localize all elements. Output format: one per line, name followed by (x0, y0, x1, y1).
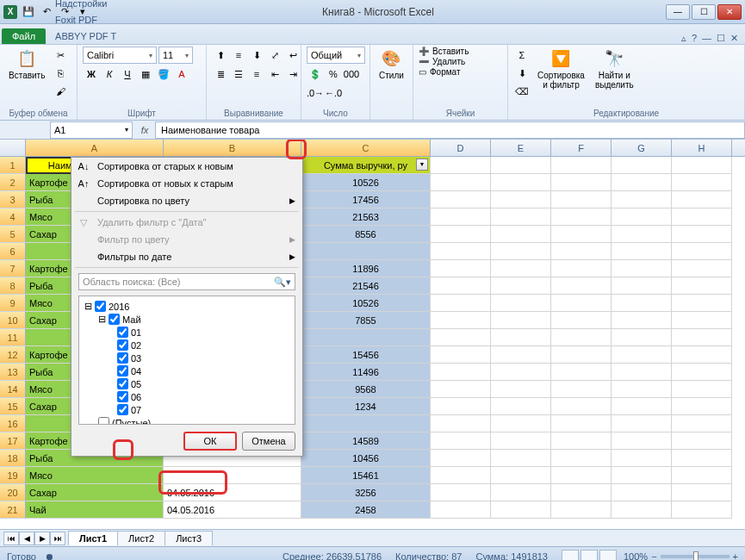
cell-F21[interactable] (551, 501, 612, 519)
row-header-3[interactable]: 3 (0, 191, 26, 208)
cell-G7[interactable] (612, 260, 672, 277)
delete-cells-button[interactable]: ➖Удалить (419, 57, 465, 66)
row-header-18[interactable]: 18 (0, 450, 26, 467)
cell-C1[interactable]: Сумма выручки, ру▼ (301, 157, 431, 174)
cell-C3[interactable]: 17456 (301, 191, 431, 208)
cell-A20[interactable]: Сахар (26, 484, 164, 501)
clear-icon[interactable]: ⌫ (513, 83, 531, 100)
cell-C5[interactable]: 8556 (301, 226, 431, 243)
cell-H10[interactable] (672, 312, 732, 329)
underline-icon[interactable]: Ч (119, 65, 136, 83)
cell-D6[interactable] (431, 243, 491, 260)
ribbon-tab-9[interactable]: Foxit PDF (47, 11, 124, 28)
cell-C15[interactable]: 1234 (301, 398, 431, 415)
styles-button[interactable]: 🎨 Стили (376, 47, 407, 82)
insert-cells-button[interactable]: ➕Вставить (419, 47, 469, 56)
cell-D16[interactable] (431, 415, 491, 432)
worksheet-grid[interactable]: ABCDEFGH 1Наименование товар▼Дата▼Сумма … (0, 140, 745, 529)
tree-day-03[interactable]: 03 (83, 352, 291, 364)
cell-E13[interactable] (491, 364, 551, 381)
column-header-A[interactable]: A (26, 140, 164, 156)
row-header-6[interactable]: 6 (0, 243, 26, 260)
font-color-icon[interactable]: A (173, 65, 190, 83)
cell-G8[interactable] (612, 277, 672, 295)
cell-H1[interactable] (672, 157, 732, 174)
align-bottom-icon[interactable]: ⬇ (248, 47, 265, 64)
row-header-17[interactable]: 17 (0, 432, 26, 450)
cell-C16[interactable] (301, 415, 431, 432)
number-format-combo[interactable]: Общий▾ (307, 47, 365, 64)
row-header-5[interactable]: 5 (0, 226, 26, 243)
column-header-G[interactable]: G (612, 140, 672, 156)
cell-E2[interactable] (491, 174, 551, 191)
cell-F6[interactable] (551, 243, 612, 260)
cell-F14[interactable] (551, 381, 612, 398)
day-checkbox-06[interactable] (117, 391, 128, 402)
align-left-icon[interactable]: ≣ (212, 65, 229, 83)
currency-icon[interactable]: 💲 (307, 65, 324, 83)
cell-H17[interactable] (672, 432, 732, 450)
macro-record-icon[interactable]: ⏺ (45, 551, 54, 561)
cell-C13[interactable]: 11496 (301, 364, 431, 381)
filter-search-input[interactable]: Область поиска: (Все) 🔍▾ (78, 273, 295, 290)
cell-F7[interactable] (551, 260, 612, 277)
cell-H7[interactable] (672, 260, 732, 277)
sheet-tab-Лист2[interactable]: Лист2 (117, 531, 165, 545)
cell-C6[interactable] (301, 243, 431, 260)
help-icon[interactable]: ? (692, 33, 697, 44)
orientation-icon[interactable]: ⤢ (266, 47, 283, 64)
cell-D1[interactable] (431, 157, 491, 174)
cell-D17[interactable] (431, 432, 491, 450)
row-header-10[interactable]: 10 (0, 312, 26, 329)
wrap-text-icon[interactable]: ↩ (284, 47, 301, 64)
day-checkbox-02[interactable] (117, 339, 128, 351)
cell-H6[interactable] (672, 243, 732, 260)
cell-H4[interactable] (672, 208, 732, 226)
cell-B21[interactable]: 04.05.2016 (164, 501, 301, 519)
align-middle-icon[interactable]: ≡ (230, 47, 247, 64)
italic-icon[interactable]: К (101, 65, 118, 83)
cell-C2[interactable]: 10526 (301, 174, 431, 191)
cell-C20[interactable]: 3256 (301, 484, 431, 501)
sheet-tab-Лист3[interactable]: Лист3 (165, 531, 213, 545)
column-header-D[interactable]: D (431, 140, 491, 156)
cell-C18[interactable]: 10456 (301, 450, 431, 467)
percent-icon[interactable]: % (325, 65, 342, 83)
cell-H16[interactable] (672, 415, 732, 432)
tree-blanks-node[interactable]: (Пустые) (83, 416, 291, 425)
cell-E21[interactable] (491, 501, 551, 519)
cell-H2[interactable] (672, 174, 732, 191)
increase-indent-icon[interactable]: ⇥ (284, 65, 301, 83)
cell-G15[interactable] (612, 398, 672, 415)
cell-C14[interactable]: 9568 (301, 381, 431, 398)
cell-F15[interactable] (551, 398, 612, 415)
day-checkbox-07[interactable] (117, 404, 128, 415)
border-icon[interactable]: ▦ (137, 65, 154, 83)
day-checkbox-04[interactable] (117, 365, 128, 376)
cell-H21[interactable] (672, 501, 732, 519)
cell-H9[interactable] (672, 295, 732, 312)
view-page-layout-icon[interactable] (580, 550, 598, 561)
tree-day-01[interactable]: 01 (83, 326, 291, 339)
row-header-11[interactable]: 11 (0, 329, 26, 346)
tree-year-node[interactable]: ⊟2016 (83, 300, 291, 313)
row-header-14[interactable]: 14 (0, 381, 26, 398)
zoom-slider[interactable] (661, 555, 729, 558)
cell-D3[interactable] (431, 191, 491, 208)
cell-H8[interactable] (672, 277, 732, 295)
save-icon[interactable]: 💾 (21, 4, 36, 20)
sort-filter-button[interactable]: 🔽 Сортировка и фильтр (534, 47, 588, 91)
cell-G12[interactable] (612, 346, 672, 364)
cell-A19[interactable]: Мясо (26, 467, 164, 484)
cell-D7[interactable] (431, 260, 491, 277)
column-header-E[interactable]: E (491, 140, 551, 156)
day-checkbox-01[interactable] (117, 327, 128, 338)
cell-D14[interactable] (431, 381, 491, 398)
cell-G10[interactable] (612, 312, 672, 329)
format-cells-button[interactable]: ▭Формат (419, 67, 461, 77)
row-header-21[interactable]: 21 (0, 501, 26, 519)
mdi-restore-icon[interactable]: ☐ (717, 33, 725, 44)
fx-icon[interactable]: fx (134, 125, 155, 135)
fill-icon[interactable]: ⬇ (513, 65, 531, 82)
cell-E16[interactable] (491, 415, 551, 432)
